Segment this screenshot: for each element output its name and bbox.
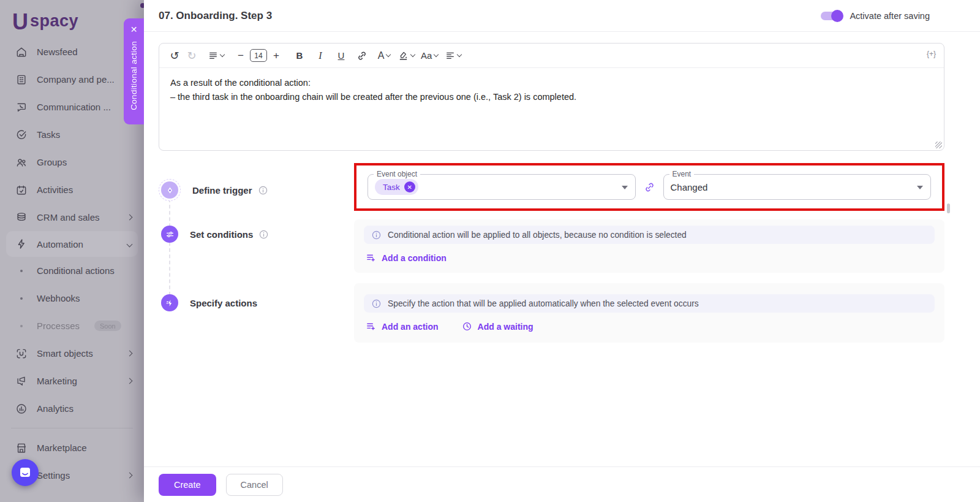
dropdown-caret-icon — [917, 186, 923, 189]
info-icon — [371, 230, 382, 240]
chevron-down-icon — [434, 52, 439, 57]
modal-dim-overlay[interactable] — [0, 0, 144, 502]
conditions-step-label: Set conditions — [190, 229, 269, 240]
create-button[interactable]: Create — [159, 474, 216, 496]
clock-icon — [462, 321, 472, 332]
editor-line: As a result of the conditional action: — [170, 76, 933, 90]
actions-step-label: Specify actions — [190, 298, 257, 308]
event-label: Event — [669, 170, 695, 178]
conditions-banner-text: Conditional action will be applied to al… — [388, 230, 687, 240]
sidebar: U spacy Newsfeed Company and pe... Commu… — [0, 0, 144, 502]
drawer-header: 07. Onboarding. Step 3 Activate after sa… — [144, 0, 980, 32]
editor-line: – the third task in the onboarding chain… — [170, 90, 933, 104]
description-editor[interactable]: ↺ ↻ − 14 + B I U A — [159, 43, 944, 151]
actions-step-icon — [161, 294, 178, 311]
text-color-button[interactable]: A — [376, 47, 392, 64]
underline-button[interactable]: U — [333, 47, 349, 64]
link-button[interactable] — [354, 47, 370, 64]
chat-icon — [18, 465, 32, 480]
cancel-button[interactable]: Cancel — [226, 474, 283, 496]
app-window: U spacy Newsfeed Company and pe... Commu… — [0, 0, 980, 502]
actions-info-banner: Specify the action that will be applied … — [364, 294, 935, 313]
redo-button[interactable]: ↻ — [184, 47, 200, 64]
add-waiting-button[interactable]: Add a waiting — [462, 321, 533, 332]
automation-steps: Define trigger Event object Task ✕ — [159, 163, 944, 343]
add-condition-button[interactable]: Add a condition — [366, 253, 447, 263]
trigger-highlight-box: Event object Task ✕ Event Ch — [354, 163, 944, 211]
actions-banner-text: Specify the action that will be applied … — [388, 299, 699, 308]
step-specify-actions: Specify actions Specify the action that … — [159, 283, 944, 343]
highlight-color-button[interactable] — [398, 47, 415, 64]
italic-button[interactable]: I — [312, 47, 328, 64]
trigger-step-label: Define trigger — [192, 185, 268, 196]
font-size-decrease-button[interactable]: − — [233, 47, 249, 64]
font-size-increase-button[interactable]: + — [268, 47, 284, 64]
conditional-action-drawer: ✕ Conditional action 07. Onboarding. Ste… — [144, 0, 980, 502]
text-case-button[interactable]: Aa — [421, 47, 438, 64]
conditions-panel: Conditional action will be applied to al… — [354, 219, 944, 273]
chevron-down-icon — [410, 52, 415, 57]
link-fields-icon[interactable] — [644, 181, 655, 193]
resize-handle[interactable] — [935, 142, 942, 148]
editor-toolbar: ↺ ↻ − 14 + B I U A — [159, 44, 944, 68]
font-size-value[interactable]: 14 — [250, 47, 267, 64]
drawer-tab-label: Conditional action — [129, 41, 138, 110]
page-title: 07. Onboarding. Step 3 — [159, 10, 272, 22]
activate-toggle[interactable] — [821, 12, 842, 20]
close-icon[interactable]: ✕ — [130, 25, 138, 34]
info-icon — [371, 299, 382, 309]
line-height-button[interactable] — [208, 47, 224, 64]
conditions-step-icon — [161, 226, 178, 243]
remove-chip-icon[interactable]: ✕ — [404, 181, 415, 192]
editor-text-area[interactable]: As a result of the conditional action: –… — [159, 68, 944, 112]
info-icon[interactable] — [258, 229, 269, 240]
event-object-select[interactable]: Event object Task ✕ — [368, 174, 636, 200]
chevron-down-icon — [386, 52, 391, 57]
event-object-chip: Task ✕ — [375, 179, 418, 195]
chat-launcher-button[interactable] — [12, 459, 39, 486]
drawer-content: ↺ ↻ − 14 + B I U A — [144, 32, 980, 466]
toggle-knob — [831, 10, 843, 22]
drawer-tab-conditional-action[interactable]: ✕ Conditional action — [124, 18, 144, 124]
actions-panel: Specify the action that will be applied … — [354, 283, 944, 343]
step-define-trigger: Define trigger Event object Task ✕ — [159, 163, 944, 211]
conditions-info-banner: Conditional action will be applied to al… — [364, 226, 935, 244]
step-set-conditions: Set conditions Conditional action will b… — [159, 219, 944, 273]
chevron-down-icon — [457, 52, 462, 57]
dropdown-caret-icon — [622, 186, 628, 189]
align-button[interactable] — [445, 47, 461, 64]
info-icon[interactable] — [258, 185, 268, 196]
bold-button[interactable]: B — [292, 47, 307, 64]
activate-toggle-label: Activate after saving — [850, 11, 930, 21]
list-plus-icon — [366, 321, 376, 332]
add-action-button[interactable]: Add an action — [366, 321, 439, 332]
event-select[interactable]: Event Changed — [663, 174, 932, 200]
event-object-label: Event object — [374, 170, 420, 178]
scrollbar-thumb[interactable] — [947, 203, 950, 213]
event-value: Changed — [671, 182, 708, 192]
list-plus-icon — [366, 253, 376, 263]
chevron-down-icon — [220, 52, 225, 57]
insert-field-token-button[interactable]: {+} — [927, 50, 936, 58]
undo-button[interactable]: ↺ — [167, 47, 183, 64]
drawer-footer: Create Cancel — [144, 466, 980, 502]
trigger-step-icon — [159, 179, 181, 201]
